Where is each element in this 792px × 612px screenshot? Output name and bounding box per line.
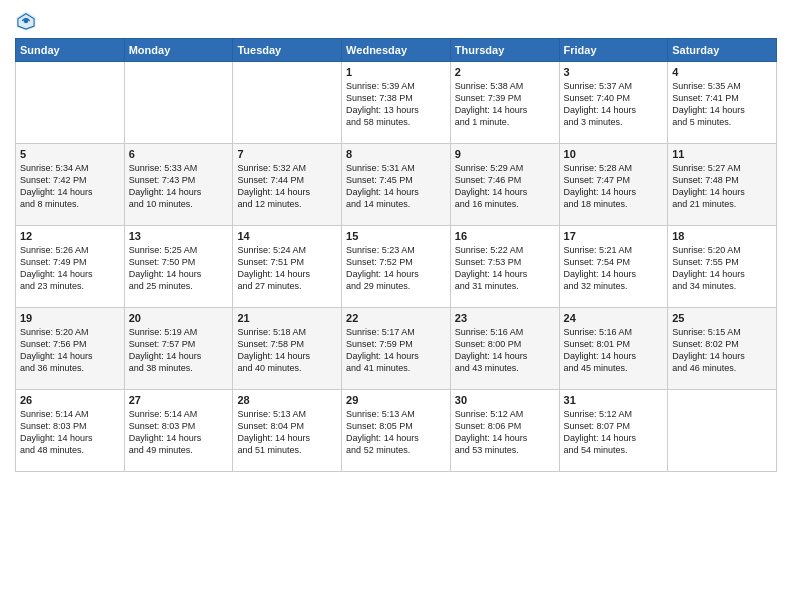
calendar-cell: 31Sunrise: 5:12 AM Sunset: 8:07 PM Dayli… (559, 390, 668, 472)
calendar-cell: 6Sunrise: 5:33 AM Sunset: 7:43 PM Daylig… (124, 144, 233, 226)
weekday-header-tuesday: Tuesday (233, 39, 342, 62)
cell-text: Sunrise: 5:16 AM Sunset: 8:01 PM Dayligh… (564, 326, 664, 375)
cell-text: Sunrise: 5:32 AM Sunset: 7:44 PM Dayligh… (237, 162, 337, 211)
cell-text: Sunrise: 5:29 AM Sunset: 7:46 PM Dayligh… (455, 162, 555, 211)
calendar-cell: 7Sunrise: 5:32 AM Sunset: 7:44 PM Daylig… (233, 144, 342, 226)
calendar-cell: 11Sunrise: 5:27 AM Sunset: 7:48 PM Dayli… (668, 144, 777, 226)
calendar-cell: 3Sunrise: 5:37 AM Sunset: 7:40 PM Daylig… (559, 62, 668, 144)
cell-text: Sunrise: 5:21 AM Sunset: 7:54 PM Dayligh… (564, 244, 664, 293)
calendar-cell: 10Sunrise: 5:28 AM Sunset: 7:47 PM Dayli… (559, 144, 668, 226)
calendar-cell (668, 390, 777, 472)
cell-text: Sunrise: 5:38 AM Sunset: 7:39 PM Dayligh… (455, 80, 555, 129)
cell-text: Sunrise: 5:15 AM Sunset: 8:02 PM Dayligh… (672, 326, 772, 375)
cell-text: Sunrise: 5:14 AM Sunset: 8:03 PM Dayligh… (129, 408, 229, 457)
day-number: 19 (20, 312, 120, 324)
day-number: 17 (564, 230, 664, 242)
cell-text: Sunrise: 5:39 AM Sunset: 7:38 PM Dayligh… (346, 80, 446, 129)
page-container: SundayMondayTuesdayWednesdayThursdayFrid… (0, 0, 792, 482)
logo-icon (15, 10, 37, 32)
cell-text: Sunrise: 5:12 AM Sunset: 8:07 PM Dayligh… (564, 408, 664, 457)
day-number: 9 (455, 148, 555, 160)
calendar-cell: 17Sunrise: 5:21 AM Sunset: 7:54 PM Dayli… (559, 226, 668, 308)
calendar-cell: 21Sunrise: 5:18 AM Sunset: 7:58 PM Dayli… (233, 308, 342, 390)
day-number: 13 (129, 230, 229, 242)
svg-point-2 (24, 19, 28, 23)
calendar-cell: 13Sunrise: 5:25 AM Sunset: 7:50 PM Dayli… (124, 226, 233, 308)
day-number: 21 (237, 312, 337, 324)
calendar-cell: 8Sunrise: 5:31 AM Sunset: 7:45 PM Daylig… (342, 144, 451, 226)
calendar-cell: 14Sunrise: 5:24 AM Sunset: 7:51 PM Dayli… (233, 226, 342, 308)
calendar-cell: 12Sunrise: 5:26 AM Sunset: 7:49 PM Dayli… (16, 226, 125, 308)
day-number: 8 (346, 148, 446, 160)
calendar-table: SundayMondayTuesdayWednesdayThursdayFrid… (15, 38, 777, 472)
cell-text: Sunrise: 5:33 AM Sunset: 7:43 PM Dayligh… (129, 162, 229, 211)
day-number: 16 (455, 230, 555, 242)
calendar-cell: 28Sunrise: 5:13 AM Sunset: 8:04 PM Dayli… (233, 390, 342, 472)
cell-text: Sunrise: 5:16 AM Sunset: 8:00 PM Dayligh… (455, 326, 555, 375)
calendar-cell: 23Sunrise: 5:16 AM Sunset: 8:00 PM Dayli… (450, 308, 559, 390)
day-number: 18 (672, 230, 772, 242)
weekday-header-saturday: Saturday (668, 39, 777, 62)
day-number: 23 (455, 312, 555, 324)
day-number: 4 (672, 66, 772, 78)
cell-text: Sunrise: 5:24 AM Sunset: 7:51 PM Dayligh… (237, 244, 337, 293)
cell-text: Sunrise: 5:31 AM Sunset: 7:45 PM Dayligh… (346, 162, 446, 211)
cell-text: Sunrise: 5:25 AM Sunset: 7:50 PM Dayligh… (129, 244, 229, 293)
calendar-cell: 26Sunrise: 5:14 AM Sunset: 8:03 PM Dayli… (16, 390, 125, 472)
cell-text: Sunrise: 5:13 AM Sunset: 8:05 PM Dayligh… (346, 408, 446, 457)
calendar-cell: 29Sunrise: 5:13 AM Sunset: 8:05 PM Dayli… (342, 390, 451, 472)
calendar-cell: 18Sunrise: 5:20 AM Sunset: 7:55 PM Dayli… (668, 226, 777, 308)
logo (15, 10, 41, 32)
day-number: 11 (672, 148, 772, 160)
cell-text: Sunrise: 5:22 AM Sunset: 7:53 PM Dayligh… (455, 244, 555, 293)
cell-text: Sunrise: 5:18 AM Sunset: 7:58 PM Dayligh… (237, 326, 337, 375)
day-number: 3 (564, 66, 664, 78)
calendar-cell: 15Sunrise: 5:23 AM Sunset: 7:52 PM Dayli… (342, 226, 451, 308)
weekday-header-row: SundayMondayTuesdayWednesdayThursdayFrid… (16, 39, 777, 62)
cell-text: Sunrise: 5:34 AM Sunset: 7:42 PM Dayligh… (20, 162, 120, 211)
weekday-header-monday: Monday (124, 39, 233, 62)
day-number: 27 (129, 394, 229, 406)
weekday-header-sunday: Sunday (16, 39, 125, 62)
cell-text: Sunrise: 5:27 AM Sunset: 7:48 PM Dayligh… (672, 162, 772, 211)
day-number: 28 (237, 394, 337, 406)
calendar-cell: 16Sunrise: 5:22 AM Sunset: 7:53 PM Dayli… (450, 226, 559, 308)
week-row-2: 5Sunrise: 5:34 AM Sunset: 7:42 PM Daylig… (16, 144, 777, 226)
day-number: 14 (237, 230, 337, 242)
day-number: 25 (672, 312, 772, 324)
day-number: 6 (129, 148, 229, 160)
day-number: 7 (237, 148, 337, 160)
day-number: 5 (20, 148, 120, 160)
day-number: 31 (564, 394, 664, 406)
cell-text: Sunrise: 5:20 AM Sunset: 7:55 PM Dayligh… (672, 244, 772, 293)
calendar-cell: 20Sunrise: 5:19 AM Sunset: 7:57 PM Dayli… (124, 308, 233, 390)
calendar-cell: 5Sunrise: 5:34 AM Sunset: 7:42 PM Daylig… (16, 144, 125, 226)
cell-text: Sunrise: 5:17 AM Sunset: 7:59 PM Dayligh… (346, 326, 446, 375)
calendar-cell: 19Sunrise: 5:20 AM Sunset: 7:56 PM Dayli… (16, 308, 125, 390)
week-row-4: 19Sunrise: 5:20 AM Sunset: 7:56 PM Dayli… (16, 308, 777, 390)
cell-text: Sunrise: 5:26 AM Sunset: 7:49 PM Dayligh… (20, 244, 120, 293)
calendar-cell: 27Sunrise: 5:14 AM Sunset: 8:03 PM Dayli… (124, 390, 233, 472)
calendar-cell: 4Sunrise: 5:35 AM Sunset: 7:41 PM Daylig… (668, 62, 777, 144)
day-number: 1 (346, 66, 446, 78)
day-number: 22 (346, 312, 446, 324)
calendar-cell (124, 62, 233, 144)
day-number: 15 (346, 230, 446, 242)
day-number: 2 (455, 66, 555, 78)
calendar-cell: 9Sunrise: 5:29 AM Sunset: 7:46 PM Daylig… (450, 144, 559, 226)
week-row-1: 1Sunrise: 5:39 AM Sunset: 7:38 PM Daylig… (16, 62, 777, 144)
calendar-cell: 1Sunrise: 5:39 AM Sunset: 7:38 PM Daylig… (342, 62, 451, 144)
day-number: 20 (129, 312, 229, 324)
cell-text: Sunrise: 5:12 AM Sunset: 8:06 PM Dayligh… (455, 408, 555, 457)
day-number: 30 (455, 394, 555, 406)
weekday-header-wednesday: Wednesday (342, 39, 451, 62)
cell-text: Sunrise: 5:23 AM Sunset: 7:52 PM Dayligh… (346, 244, 446, 293)
week-row-3: 12Sunrise: 5:26 AM Sunset: 7:49 PM Dayli… (16, 226, 777, 308)
calendar-cell: 24Sunrise: 5:16 AM Sunset: 8:01 PM Dayli… (559, 308, 668, 390)
cell-text: Sunrise: 5:19 AM Sunset: 7:57 PM Dayligh… (129, 326, 229, 375)
week-row-5: 26Sunrise: 5:14 AM Sunset: 8:03 PM Dayli… (16, 390, 777, 472)
calendar-cell (16, 62, 125, 144)
cell-text: Sunrise: 5:28 AM Sunset: 7:47 PM Dayligh… (564, 162, 664, 211)
calendar-cell (233, 62, 342, 144)
day-number: 26 (20, 394, 120, 406)
